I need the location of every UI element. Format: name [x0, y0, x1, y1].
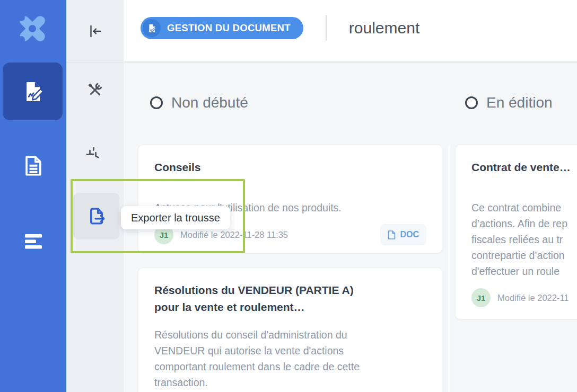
export-tooltip: Exporter la trousse — [121, 206, 230, 229]
document-edit-badge-icon — [143, 19, 161, 37]
export-tooltip-label: Exporter la trousse — [131, 212, 220, 224]
export-document-icon — [86, 206, 107, 226]
modified-label: Modifié le 2022-11-28 11:35 — [180, 230, 288, 240]
column-header-en-edition: En édition — [465, 94, 553, 111]
document-lines-icon — [25, 156, 42, 176]
modified-label: Modifié le 2022-11 — [497, 293, 569, 303]
card-description: Résolutions du conseil d'administration … — [154, 327, 426, 390]
export-kit-button[interactable] — [73, 193, 119, 239]
sidebar-item-document-management-active[interactable] — [3, 63, 63, 120]
column-header-non-debute: Non débuté — [150, 94, 248, 111]
card-footer: J1 Modifié le 2022-11 — [471, 287, 577, 308]
document-edit-icon — [21, 79, 45, 104]
circle-outline-icon — [465, 96, 478, 109]
card-title: Conseils — [154, 159, 426, 176]
app-logo[interactable] — [15, 11, 50, 46]
tool-rail-top — [66, 0, 124, 63]
card-title: Résolutions du VENDEUR (PARTIE A) pour l… — [154, 282, 426, 316]
sidebar-item-menu[interactable] — [0, 234, 66, 249]
column-label: En édition — [486, 94, 553, 111]
context-badge-label: GESTION DU DOCUMENT — [161, 22, 301, 34]
screwdriver-wrench-icon — [87, 82, 103, 98]
header-divider — [326, 15, 327, 41]
history-button[interactable] — [66, 147, 124, 164]
primary-sidebar — [0, 0, 66, 392]
context-badge[interactable]: GESTION DU DOCUMENT — [141, 17, 303, 39]
document-icon — [388, 230, 396, 240]
page-title: roulement — [349, 19, 419, 37]
circle-outline-icon — [150, 96, 163, 109]
file-type-badge: DOC — [380, 224, 426, 245]
list-menu-icon — [25, 234, 42, 249]
file-type-label: DOC — [400, 230, 419, 239]
x-cross-logo-icon — [15, 11, 50, 46]
card-title: Contrat de vente… — [471, 159, 577, 176]
collapse-left-arrow-icon — [87, 23, 103, 39]
avatar: J1 — [471, 288, 491, 307]
history-clock-icon — [86, 147, 103, 164]
tool-rail — [66, 0, 124, 392]
card-conseils[interactable]: Conseils Astuces pour l'utilisation de n… — [138, 145, 443, 253]
tools-button[interactable] — [66, 82, 124, 98]
card-resolutions-vendeur[interactable]: Résolutions du VENDEUR (PARTIE A) pour l… — [138, 268, 443, 392]
card-description: Ce contrat combine d’actions. Afin de re… — [471, 200, 577, 279]
sidebar-item-documents[interactable] — [0, 156, 66, 176]
header: GESTION DU DOCUMENT roulement — [124, 0, 577, 63]
column-divider — [448, 145, 450, 392]
collapse-sidebar-button[interactable] — [66, 23, 124, 39]
column-label: Non débuté — [171, 94, 248, 111]
card-contrat-de-vente[interactable]: Contrat de vente… Ce contrat combine d’a… — [455, 145, 577, 319]
